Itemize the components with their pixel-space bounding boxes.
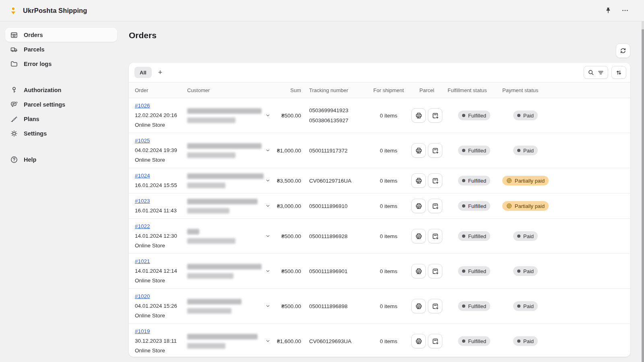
sidebar-item-error-logs[interactable]: Error logs — [5, 57, 117, 71]
order-link[interactable]: #1026 — [135, 103, 150, 109]
for-shipment-count: 0 items — [369, 203, 408, 209]
create-parcel-button[interactable] — [428, 299, 442, 313]
column-header-order: Order — [135, 87, 187, 93]
sidebar-item-label: Authorization — [24, 87, 61, 93]
topbar: UkrPoshta Shipping — [0, 0, 644, 21]
customer-cell[interactable] — [187, 98, 274, 133]
create-parcel-button[interactable] — [428, 108, 442, 123]
order-channel: Online Store — [135, 155, 187, 165]
for-shipment-count: 0 items — [369, 178, 408, 184]
create-parcel-button[interactable] — [428, 334, 442, 348]
order-date: 14.01.2024 12:30 — [135, 231, 187, 241]
chevron-down-icon[interactable] — [265, 178, 270, 183]
truck-icon — [10, 45, 18, 53]
tracking-number: 0500111896928 — [309, 233, 369, 239]
table-row: #1023 16.01.2024 11:43 ₴3,000.00 0500111… — [129, 193, 630, 219]
print-label-button[interactable] — [411, 173, 426, 188]
status-dot-icon — [462, 234, 465, 238]
print-label-button[interactable] — [411, 143, 426, 158]
customer-cell[interactable] — [187, 168, 274, 193]
table-row: #1022 14.01.2024 12:30 Online Store ₴500… — [129, 219, 630, 254]
chat-settings-icon — [10, 101, 18, 109]
for-shipment-count: 0 items — [369, 113, 408, 119]
fulfillment-status-badge: Fulfilled — [458, 201, 490, 211]
table-row: #1019 30.12.2023 18:11 Online Store ₴1,6… — [129, 324, 630, 357]
print-label-button[interactable] — [411, 199, 426, 213]
sidebar-item-label: Parcel settings — [24, 101, 65, 108]
sidebar-item-label: Plans — [24, 116, 39, 122]
order-link[interactable]: #1024 — [135, 173, 150, 179]
overflow-menu-icon[interactable] — [621, 7, 629, 14]
chevron-down-icon[interactable] — [265, 339, 270, 344]
scrollbar-thumb[interactable] — [642, 29, 644, 362]
chevron-down-icon[interactable] — [265, 148, 270, 153]
create-parcel-button[interactable] — [428, 229, 442, 243]
chevron-down-icon[interactable] — [265, 113, 270, 118]
order-link[interactable]: #1020 — [135, 293, 150, 299]
order-link[interactable]: #1023 — [135, 198, 150, 204]
sidebar-item-parcels[interactable]: Parcels — [5, 42, 117, 56]
sidebar-item-orders[interactable]: Orders — [5, 28, 117, 42]
customer-redacted-text — [187, 334, 258, 349]
column-header-fulfillment: Fulfillment status — [446, 87, 502, 93]
customer-cell[interactable] — [187, 133, 274, 168]
status-dot-icon — [517, 339, 520, 343]
chevron-down-icon[interactable] — [265, 269, 270, 274]
tab-all[interactable]: All — [134, 67, 152, 78]
print-label-button[interactable] — [411, 108, 426, 123]
create-parcel-button[interactable] — [428, 264, 442, 278]
customer-cell[interactable] — [187, 289, 274, 323]
sidebar-item-help[interactable]: Help — [5, 152, 117, 167]
chevron-down-icon[interactable] — [265, 204, 270, 209]
sidebar-item-settings[interactable]: Settings — [5, 126, 117, 140]
fulfillment-status-badge: Fulfilled — [458, 176, 490, 185]
refresh-button[interactable] — [616, 43, 630, 58]
order-link[interactable]: #1021 — [135, 258, 150, 264]
sort-button[interactable] — [611, 66, 626, 79]
chevron-down-icon[interactable] — [265, 234, 270, 239]
payment-status-badge: Paid — [513, 146, 538, 155]
customer-cell[interactable] — [187, 219, 274, 253]
customer-cell[interactable] — [187, 254, 274, 288]
table-row: #1026 12.02.2024 20:16 Online Store ₴500… — [129, 98, 630, 133]
order-date: 16.01.2024 15:55 — [135, 181, 187, 190]
order-date: 04.02.2024 19:39 — [135, 146, 187, 155]
search-filter-button[interactable] — [584, 66, 608, 79]
chevron-down-icon[interactable] — [265, 304, 270, 309]
customer-redacted-text — [187, 143, 262, 158]
order-link[interactable]: #1019 — [135, 328, 150, 334]
for-shipment-count: 0 items — [369, 268, 408, 274]
payment-status-badge: Paid — [513, 111, 538, 120]
orders-card: All + — [129, 63, 630, 357]
filter-icon — [597, 69, 604, 76]
help-circle-icon — [10, 156, 18, 164]
pin-icon[interactable] — [605, 7, 612, 14]
sidebar-item-parcel-settings[interactable]: Parcel settings — [5, 97, 117, 111]
fulfillment-status-badge: Fulfilled — [458, 301, 490, 311]
order-sum: ₴1,000.00 — [274, 148, 309, 154]
order-link[interactable]: #1022 — [135, 223, 150, 229]
order-link[interactable]: #1025 — [135, 138, 150, 144]
create-parcel-button[interactable] — [428, 199, 442, 213]
create-parcel-button[interactable] — [428, 173, 442, 188]
create-parcel-button[interactable] — [428, 143, 442, 158]
add-document-icon — [431, 302, 439, 310]
sidebar-item-label: Help — [24, 156, 36, 163]
customer-cell[interactable] — [187, 193, 274, 218]
add-view-button[interactable]: + — [155, 69, 166, 76]
print-label-button[interactable] — [411, 229, 426, 243]
add-document-icon — [431, 177, 439, 185]
customer-redacted-text — [187, 299, 242, 314]
print-label-button[interactable] — [411, 264, 426, 278]
print-label-button[interactable] — [411, 334, 426, 348]
status-dot-icon — [462, 204, 465, 208]
status-dot-icon — [517, 114, 520, 117]
status-dot-icon — [462, 339, 465, 343]
for-shipment-count: 0 items — [369, 338, 408, 344]
column-header-customer: Customer — [187, 87, 274, 93]
print-label-button[interactable] — [411, 299, 426, 313]
sidebar-item-plans[interactable]: Plans — [5, 112, 117, 126]
tracking-cell: 0500111896898 — [309, 303, 369, 309]
sidebar-item-authorization[interactable]: Authorization — [5, 83, 117, 97]
customer-cell[interactable] — [187, 324, 274, 357]
